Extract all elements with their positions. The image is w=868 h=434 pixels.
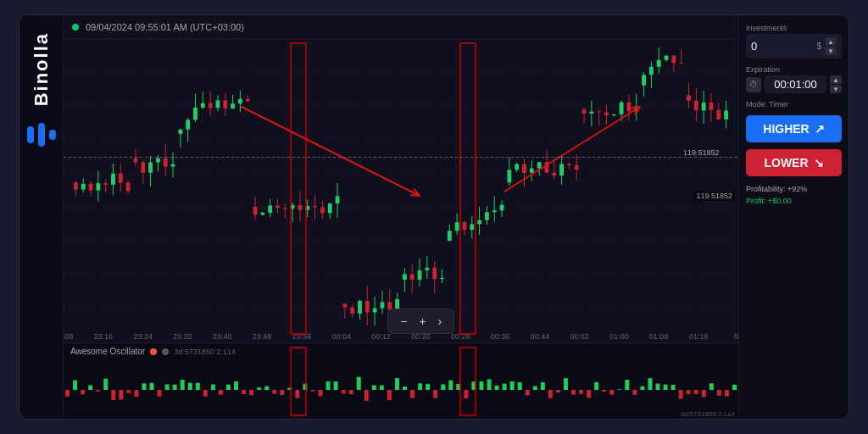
chart-header: 09/04/2024 09:55:01 AM (UTC+03:00) xyxy=(64,15,738,39)
oscillator-area: Awesome Oscillator 3d:5731850:2:114 xyxy=(64,342,738,419)
expiration-label: Expiration xyxy=(746,65,842,74)
expiration-stepper[interactable]: ▲ ▼ xyxy=(830,75,842,93)
investments-increment[interactable]: ▲ xyxy=(825,37,837,46)
expiration-icon: ⏱ xyxy=(746,77,761,92)
lower-button[interactable]: LOWER ↘ xyxy=(746,149,842,176)
price-label: 119.51852 xyxy=(693,191,735,201)
osc-indicator-red xyxy=(150,348,157,355)
investments-section: Investments 0 $ ▲ ▼ xyxy=(746,24,842,58)
svg-rect-0 xyxy=(27,126,34,143)
main-chart-area: 09/04/2024 09:55:01 AM (UTC+03:00) 119.5… xyxy=(64,15,738,419)
chart-toolbar: − + › xyxy=(387,309,454,334)
logo-sidebar: Binolla xyxy=(19,15,64,419)
expiration-increment[interactable]: ▲ xyxy=(830,75,842,84)
main-chart-canvas[interactable] xyxy=(64,39,738,342)
app-container: Binolla 09/04/2024 09:55:01 AM (UTC+03:0… xyxy=(19,14,849,420)
profitability-section: Profitability: +92% Profit: +$0.00 xyxy=(746,183,842,208)
profit-label: Profit: +$0.00 xyxy=(746,195,842,207)
datetime-label: 09/04/2024 09:55:01 AM (UTC+03:00) xyxy=(86,22,244,32)
logo-text: Binolla xyxy=(31,32,53,106)
investments-decrement[interactable]: ▼ xyxy=(825,47,837,55)
higher-button[interactable]: HIGHER ↗ xyxy=(746,115,842,142)
higher-label: HIGHER xyxy=(763,122,809,136)
right-panel: Investments 0 $ ▲ ▼ Expiration ⏱ 00:01:0… xyxy=(738,15,849,419)
osc-label-text: Awesome Oscillator xyxy=(70,347,145,356)
zoom-in-button[interactable]: + xyxy=(414,313,431,330)
chart-canvas-wrapper[interactable]: 119.51852 − + › xyxy=(64,39,738,342)
expiration-value: 00:01:00 xyxy=(765,75,826,93)
expiration-section: Expiration ⏱ 00:01:00 ▲ ▼ xyxy=(746,65,842,93)
osc-settings-button[interactable] xyxy=(162,348,169,355)
svg-rect-1 xyxy=(38,123,45,147)
investments-row: 0 $ ▲ ▼ xyxy=(746,34,842,58)
investments-label: Investments xyxy=(746,24,842,32)
expiration-row: ⏱ 00:01:00 ▲ ▼ xyxy=(746,75,842,93)
lower-arrow-icon: ↘ xyxy=(814,156,824,170)
binolla-icon xyxy=(27,123,56,147)
live-indicator xyxy=(72,24,79,31)
expiration-decrement[interactable]: ▼ xyxy=(830,85,842,93)
higher-arrow-icon: ↗ xyxy=(815,122,825,136)
lower-label: LOWER xyxy=(764,156,808,170)
osc-value: 3d:5731850:2:114 xyxy=(174,348,236,356)
svg-rect-2 xyxy=(49,130,56,140)
investments-stepper[interactable]: ▲ ▼ xyxy=(825,37,837,55)
forward-button[interactable]: › xyxy=(433,313,448,330)
investments-value: 0 xyxy=(751,40,813,53)
mode-label: Mode: Timer xyxy=(746,100,842,108)
investments-currency: $ xyxy=(816,42,821,51)
profitability-label: Profitability: +92% xyxy=(746,183,842,195)
zoom-out-button[interactable]: − xyxy=(395,313,412,330)
oscillator-label: Awesome Oscillator 3d:5731850:2:114 xyxy=(70,347,236,356)
